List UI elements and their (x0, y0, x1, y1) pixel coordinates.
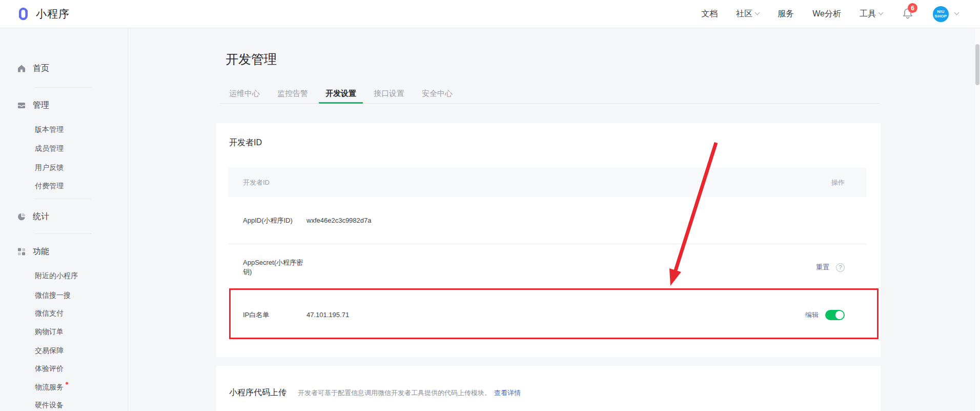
sidebar-divider (35, 199, 91, 199)
tray-icon (17, 101, 26, 110)
reset-link[interactable]: 重置 (816, 263, 829, 272)
sidebar-item-version-manage[interactable]: 版本管理 (35, 125, 64, 134)
toggle-knob (835, 311, 844, 319)
avatar: NIU SHOP (933, 6, 949, 22)
nav-we-analytics[interactable]: We分析 (812, 9, 841, 19)
nav-docs[interactable]: 文档 (701, 9, 718, 19)
sidebar-item-home[interactable]: 首页 (17, 63, 49, 74)
avatar-text-line2: SHOP (935, 14, 947, 18)
table-row-appid: AppID(小程序ID) wxfe46e2c3c9982d7a (228, 197, 866, 244)
sidebar-item-experience-rating[interactable]: 体验评价 (35, 364, 64, 374)
code-upload-line: 小程序代码上传 开发者可基于配置信息调用微信开发者工具提供的代码上传模块。 查看… (229, 387, 521, 398)
sidebar-item-statistics[interactable]: 统计 (17, 211, 49, 222)
tab-dev-settings[interactable]: 开发设置 (317, 85, 365, 103)
scrollbar-track (975, 29, 980, 411)
top-nav: 文档 社区 服务 We分析 工具 6 (701, 6, 980, 22)
sidebar-item-user-feedback[interactable]: 用户反馈 (35, 163, 64, 172)
appsecret-label: AppSecret(小程序密钥) (243, 258, 307, 277)
sidebar-item-wechat-pay[interactable]: 微信支付 (35, 309, 64, 318)
nav-community[interactable]: 社区 (736, 9, 759, 19)
sidebar-divider (35, 233, 91, 234)
sidebar-item-label: 首页 (33, 63, 49, 74)
table-header-developer-id: 开发者ID (243, 178, 270, 187)
top-header: 小程序 文档 社区 服务 We分析 工具 (0, 0, 980, 28)
home-icon (17, 64, 26, 73)
sidebar-item-nearby-miniprogram[interactable]: 附近的小程序 (35, 271, 78, 281)
tab-ops-center[interactable]: 运维中心 (220, 85, 269, 103)
miniprogram-logo[interactable]: 小程序 (15, 6, 70, 22)
edit-link[interactable]: 编辑 (805, 310, 819, 320)
account-menu[interactable]: NIU SHOP (933, 6, 958, 22)
notification-badge: 6 (908, 3, 917, 13)
chevron-down-icon (954, 10, 959, 15)
sidebar-item-trade-guarantee[interactable]: 交易保障 (35, 346, 64, 356)
appid-value: wxfe46e2c3c9982d7a (307, 217, 372, 224)
new-badge-dot (66, 382, 68, 385)
appsecret-actions: 重置 ? (816, 263, 845, 272)
sidebar: 首页 管理 版本管理 成员管理 用户反馈 付费管理 统计 (0, 28, 128, 411)
sidebar-item-label: 功能 (33, 246, 49, 257)
appid-label: AppID(小程序ID) (243, 216, 307, 225)
nav-services-label: 服务 (778, 9, 794, 19)
miniprogram-logo-icon (15, 6, 31, 22)
sidebar-item-member-manage[interactable]: 成员管理 (35, 144, 64, 153)
ip-whitelist-actions: 编辑 (805, 310, 845, 320)
sidebar-item-label: 管理 (33, 100, 49, 111)
code-upload-card: 小程序代码上传 开发者可基于配置信息调用微信开发者工具提供的代码上传模块。 查看… (216, 366, 881, 411)
nav-services[interactable]: 服务 (778, 9, 794, 19)
tab-security-center[interactable]: 安全中心 (413, 85, 461, 103)
nav-we-analytics-label: We分析 (812, 9, 841, 19)
pie-chart-icon (17, 212, 26, 221)
nav-tools[interactable]: 工具 (860, 9, 883, 19)
page-title: 开发管理 (226, 51, 277, 68)
nav-docs-label: 文档 (701, 9, 718, 19)
sidebar-item-wechat-search[interactable]: 微信搜一搜 (35, 291, 71, 300)
section-title-code-upload: 小程序代码上传 (229, 387, 287, 398)
sidebar-item-manage[interactable]: 管理 (17, 100, 49, 111)
tab-bar: 运维中心 监控告警 开发设置 接口设置 安全中心 (220, 85, 880, 104)
wechat-miniprogram-console: 小程序 文档 社区 服务 We分析 工具 (0, 0, 980, 411)
chevron-down-icon (879, 10, 884, 15)
sidebar-divider (35, 87, 91, 88)
code-upload-description: 开发者可基于配置信息调用微信开发者工具提供的代码上传模块。 (298, 388, 491, 398)
help-icon[interactable]: ? (836, 263, 845, 272)
sidebar-item-logistics-service[interactable]: 物流服务 (35, 382, 68, 392)
tab-api-settings[interactable]: 接口设置 (365, 85, 413, 103)
sidebar-item-label: 物流服务 (35, 383, 64, 391)
section-title-developer-id: 开发者ID (229, 138, 262, 148)
tab-monitor-alert[interactable]: 监控告警 (269, 85, 317, 103)
nav-tools-label: 工具 (860, 9, 876, 19)
ip-whitelist-label: IP白名单 (243, 310, 307, 320)
ip-whitelist-toggle[interactable] (825, 310, 845, 320)
nav-community-label: 社区 (736, 9, 752, 19)
notification-bell[interactable]: 6 (901, 7, 914, 21)
chevron-down-icon (755, 10, 760, 15)
sidebar-item-shopping-orders[interactable]: 购物订单 (35, 327, 64, 337)
avatar-text-line1: NIU (937, 9, 945, 14)
table-row-ip-whitelist: IP白名单 47.101.195.71 编辑 (228, 291, 866, 339)
sidebar-item-label: 统计 (33, 211, 49, 222)
table-header-actions: 操作 (831, 178, 845, 187)
logo-text: 小程序 (36, 7, 70, 21)
sidebar-item-features[interactable]: 功能 (17, 246, 49, 257)
sidebar-item-payment-manage[interactable]: 付费管理 (35, 182, 64, 191)
scrollbar-thumb[interactable] (975, 44, 979, 85)
grid-icon (17, 247, 26, 256)
table-row-appsecret: AppSecret(小程序密钥) 重置 ? (228, 244, 866, 290)
table-header: 开发者ID 操作 (228, 168, 866, 197)
ip-whitelist-value: 47.101.195.71 (307, 311, 349, 319)
view-details-link[interactable]: 查看详情 (494, 388, 521, 398)
developer-id-card: 开发者ID 开发者ID 操作 AppID(小程序ID) wxfe46e2c3c9… (216, 123, 881, 357)
sidebar-item-hardware-device[interactable]: 硬件设备 (35, 401, 64, 410)
